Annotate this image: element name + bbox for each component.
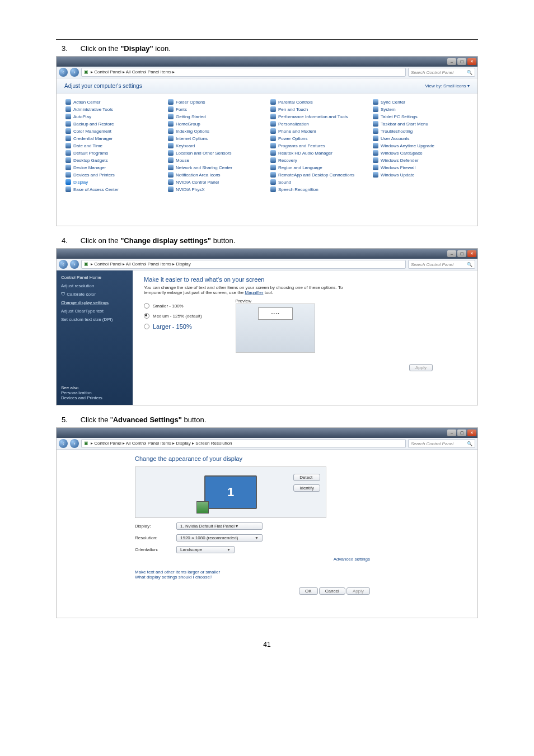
minimize-button[interactable]: – xyxy=(447,430,456,436)
cp-item-tablet-pc-settings[interactable]: Tablet PC Settings xyxy=(373,114,469,119)
cp-item-windows-update[interactable]: Windows Update xyxy=(373,172,469,178)
cp-item-sound[interactable]: Sound xyxy=(270,179,366,185)
make-larger-link[interactable]: Make text and other items larger or smal… xyxy=(135,570,220,575)
cp-item-homegroup[interactable]: HomeGroup xyxy=(168,121,264,127)
cp-item-system[interactable]: System xyxy=(373,106,469,112)
close-button[interactable]: ✕ xyxy=(467,58,476,65)
cp-item-devices-and-printers[interactable]: Devices and Printers xyxy=(65,172,161,178)
magnifier-link[interactable]: Magnifier xyxy=(245,290,264,295)
cp-item-notification-area-icons[interactable]: Notification Area Icons xyxy=(168,172,264,178)
cp-item-administrative-tools[interactable]: Administrative Tools xyxy=(65,106,161,112)
cp-item-recovery[interactable]: Recovery xyxy=(270,157,366,163)
resolution-dropdown[interactable]: 1920 × 1080 (recommended)▼ xyxy=(176,534,263,542)
cp-item-credential-manager[interactable]: Credential Manager xyxy=(65,136,161,141)
cp-item-ease-of-access-center[interactable]: Ease of Access Center xyxy=(65,186,161,192)
cp-item-nvidia-control-panel[interactable]: NVIDIA Control Panel xyxy=(168,179,264,185)
close-button[interactable]: ✕ xyxy=(467,430,476,436)
breadcrumb[interactable]: ▣ ▸ Control Panel ▸ All Control Panel It… xyxy=(81,260,406,269)
cp-item-fonts[interactable]: Fonts xyxy=(168,106,264,112)
search-input[interactable]: Search Control Panel 🔍 xyxy=(408,68,475,77)
breadcrumb[interactable]: ▣ ▸ Control Panel ▸ All Control Panel It… xyxy=(81,68,406,77)
cp-item-user-accounts[interactable]: User Accounts xyxy=(373,136,469,141)
sidebar-calibrate-color[interactable]: 🛡 Calibrate color xyxy=(61,292,128,297)
sidebar-home[interactable]: Control Panel Home xyxy=(61,275,128,280)
cp-item-personalization[interactable]: Personalization xyxy=(270,121,366,127)
view-by-selector[interactable]: View by: Small icons ▾ xyxy=(425,83,470,88)
maximize-button[interactable]: ▢ xyxy=(457,250,466,257)
cp-item-sync-center[interactable]: Sync Center xyxy=(373,99,469,105)
cp-item-keyboard[interactable]: Keyboard xyxy=(168,143,264,148)
cp-item-realtek-hd-audio-manager[interactable]: Realtek HD Audio Manager xyxy=(270,150,366,156)
cp-item-indexing-options[interactable]: Indexing Options xyxy=(168,128,264,134)
cp-item-desktop-gadgets[interactable]: Desktop Gadgets xyxy=(65,157,161,163)
cp-item-folder-options[interactable]: Folder Options xyxy=(168,99,264,105)
cp-item-icon xyxy=(65,99,71,105)
cp-item-parental-controls[interactable]: Parental Controls xyxy=(270,99,366,105)
cp-item-color-management[interactable]: Color Management xyxy=(65,128,161,134)
identify-button[interactable]: Identify xyxy=(293,484,320,492)
cp-item-taskbar-and-start-menu[interactable]: Taskbar and Start Menu xyxy=(373,121,469,127)
breadcrumb[interactable]: ▣ ▸ Control Panel ▸ All Control Panel It… xyxy=(81,439,406,448)
apply-button[interactable]: Apply xyxy=(409,364,433,371)
cp-item-autoplay[interactable]: AutoPlay xyxy=(65,114,161,119)
ok-button[interactable]: OK xyxy=(299,587,318,595)
cp-item-programs-and-features[interactable]: Programs and Features xyxy=(270,143,366,148)
monitor-1[interactable]: 1 xyxy=(204,475,257,509)
cp-item-mouse[interactable]: Mouse xyxy=(168,157,264,163)
minimize-button[interactable]: – xyxy=(447,58,456,65)
cp-item-phone-and-modem[interactable]: Phone and Modem xyxy=(270,128,366,134)
sidebar-adjust-resolution[interactable]: Adjust resolution xyxy=(61,283,128,288)
cp-item-windows-defender[interactable]: Windows Defender xyxy=(373,157,469,163)
radio-medium[interactable]: Medium - 125% (default) xyxy=(144,313,202,319)
cp-item-location-and-other-sensors[interactable]: Location and Other Sensors xyxy=(168,150,264,156)
cp-item-display[interactable]: Display xyxy=(65,179,161,185)
back-button[interactable]: ‹ xyxy=(59,439,68,448)
cp-item-backup-and-restore[interactable]: Backup and Restore xyxy=(65,121,161,127)
advanced-settings-link[interactable]: Advanced settings xyxy=(334,557,370,562)
cp-item-label: Realtek HD Audio Manager xyxy=(278,151,332,156)
cp-item-action-center[interactable]: Action Center xyxy=(65,99,161,105)
search-input[interactable]: Search Control Panel 🔍 xyxy=(408,439,475,448)
radio-larger[interactable]: Larger - 150% xyxy=(144,323,202,330)
what-settings-link[interactable]: What display settings should I choose? xyxy=(135,575,212,580)
detect-button[interactable]: Detect xyxy=(293,474,320,481)
cp-item-troubleshooting[interactable]: Troubleshooting xyxy=(373,128,469,134)
close-button[interactable]: ✕ xyxy=(467,250,476,257)
cp-item-region-and-language[interactable]: Region and Language xyxy=(270,165,366,170)
maximize-button[interactable]: ▢ xyxy=(457,58,466,65)
cp-item-windows-anytime-upgrade[interactable]: Windows Anytime Upgrade xyxy=(373,143,469,148)
cp-item-nvidia-physx[interactable]: NVIDIA PhysX xyxy=(168,186,264,192)
cp-item-internet-options[interactable]: Internet Options xyxy=(168,136,264,141)
cp-item-speech-recognition[interactable]: Speech Recognition xyxy=(270,186,366,192)
display-dropdown[interactable]: 1. Nvidia Default Flat Panel ▾ xyxy=(176,522,263,530)
forward-button[interactable]: › xyxy=(70,68,79,77)
cp-item-remoteapp-and-desktop-connections[interactable]: RemoteApp and Desktop Connections xyxy=(270,172,366,178)
sidebar-dpi[interactable]: Set custom text size (DPI) xyxy=(61,317,128,322)
apply-button[interactable]: Apply xyxy=(346,587,370,595)
cp-item-getting-started[interactable]: Getting Started xyxy=(168,114,264,119)
orientation-dropdown[interactable]: Landscape▼ xyxy=(176,546,235,553)
sidebar-change-display-settings[interactable]: Change display settings xyxy=(61,300,128,305)
back-button[interactable]: ‹ xyxy=(59,260,68,269)
cancel-button[interactable]: Cancel xyxy=(319,587,345,595)
cp-item-network-and-sharing-center[interactable]: Network and Sharing Center xyxy=(168,165,264,170)
cp-item-windows-firewall[interactable]: Windows Firewall xyxy=(373,165,469,170)
radio-smaller[interactable]: Smaller - 100% xyxy=(144,303,202,309)
cp-item-pen-and-touch[interactable]: Pen and Touch xyxy=(270,106,366,112)
cp-item-device-manager[interactable]: Device Manager xyxy=(65,165,161,170)
maximize-button[interactable]: ▢ xyxy=(457,430,466,436)
cp-item-power-options[interactable]: Power Options xyxy=(270,136,366,141)
forward-button[interactable]: › xyxy=(70,260,79,269)
sidebar-devices[interactable]: Devices and Printers xyxy=(61,395,128,400)
sidebar-cleartype[interactable]: Adjust ClearType text xyxy=(61,309,128,314)
minimize-button[interactable]: – xyxy=(447,250,456,257)
back-button[interactable]: ‹ xyxy=(59,68,68,77)
cp-item-default-programs[interactable]: Default Programs xyxy=(65,150,161,156)
search-input[interactable]: Search Control Panel 🔍 xyxy=(408,260,475,269)
cp-item-date-and-time[interactable]: Date and Time xyxy=(65,143,161,148)
forward-button[interactable]: › xyxy=(70,439,79,448)
cp-item-windows-cardspace[interactable]: Windows CardSpace xyxy=(373,150,469,156)
cp-item-performance-information-and-tools[interactable]: Performance Information and Tools xyxy=(270,114,366,119)
cp-item-icon xyxy=(65,136,71,141)
sidebar-personalization[interactable]: Personalization xyxy=(61,390,128,395)
